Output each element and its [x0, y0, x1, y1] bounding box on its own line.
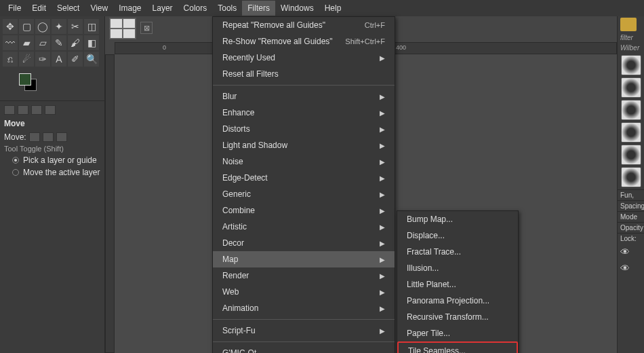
map-submenu: Bump Map...Displace...Fractal Trace...Il…	[397, 210, 519, 353]
lasso-tool[interactable]: ◯	[35, 19, 50, 34]
menu-select[interactable]: Select	[52, 1, 85, 16]
menu-item-enhance[interactable]: Enhance▶	[213, 105, 395, 121]
brush-tab-filter[interactable]: filter	[618, 33, 644, 43]
clone-tool[interactable]: ⎌	[3, 52, 18, 67]
picker-tool[interactable]: ✐	[68, 52, 83, 67]
ruler-vertical	[105, 54, 115, 353]
brush-preview[interactable]	[621, 167, 641, 187]
menu-tools[interactable]: Tools	[212, 1, 242, 16]
tool-options-title: Move	[0, 116, 104, 131]
menu-colors[interactable]: Colors	[178, 1, 213, 16]
menu-item-repeat-remove-all-guides[interactable]: Repeat "Remove all Guides"Ctrl+F	[213, 17, 395, 33]
menu-item-re-show-remove-all-guides[interactable]: Re-Show "Remove all Guides"Shift+Ctrl+F	[213, 33, 395, 50]
radio-move-active[interactable]: Move the active layer	[0, 166, 104, 179]
menu-item-reset-all-filters[interactable]: Reset all Filters	[213, 66, 395, 82]
move-mode-layer[interactable]	[29, 132, 40, 142]
chevron-right-icon: ▶	[380, 174, 385, 182]
menu-item-tile-seamless[interactable]: Tile Seamless...	[397, 341, 518, 353]
radio-pick-layer[interactable]: Pick a layer or guide	[0, 154, 104, 166]
menu-item-script-fu[interactable]: Script-Fu▶	[213, 322, 395, 339]
transform-tool[interactable]: ◫	[84, 19, 99, 34]
menu-item-map[interactable]: Map▶	[213, 251, 395, 267]
bucket-tool[interactable]: ▰	[19, 35, 34, 50]
eraser-tool[interactable]: ◧	[84, 35, 99, 50]
crop-tool[interactable]: ✂	[68, 19, 83, 34]
zoom-tool[interactable]: 🔍	[84, 52, 99, 67]
chevron-right-icon: ▶	[380, 126, 385, 133]
opacity-label[interactable]: Opacity	[618, 222, 644, 233]
fuzzy-select-tool[interactable]: ✦	[52, 19, 66, 34]
menu-item-noise[interactable]: Noise▶	[213, 153, 395, 170]
menu-layer[interactable]: Layer	[147, 1, 178, 16]
image-thumbnail[interactable]	[109, 18, 136, 39]
menu-filters[interactable]: Filters	[242, 1, 275, 16]
menu-item-displace[interactable]: Displace...	[397, 227, 518, 244]
menu-item-recently-used[interactable]: Recently Used▶	[213, 50, 395, 66]
menu-item-recursive-transform[interactable]: Recursive Transform...	[397, 309, 518, 325]
menu-item-distorts[interactable]: Distorts▶	[213, 121, 395, 137]
smudge-tool[interactable]: ☄	[19, 52, 34, 67]
menu-item-g-mic-qt[interactable]: G'MIC-Qt...	[213, 345, 395, 353]
brush-preview[interactable]	[621, 122, 641, 143]
dock-tabs[interactable]	[0, 104, 104, 116]
menu-item-artistic[interactable]: Artistic▶	[213, 219, 395, 235]
brush-preview[interactable]	[621, 100, 641, 120]
toolbox: ✥ ▢ ◯ ✦ ✂ ◫ 〰 ▰ ▱ ✎ 🖌 ◧ ⎌ ☄ ✑ A ✐ 🔍 Move…	[0, 16, 105, 353]
menu-file[interactable]: File	[3, 1, 26, 16]
brush-tool[interactable]: 🖌	[68, 35, 83, 50]
menu-item-edge-detect[interactable]: Edge-Detect▶	[213, 170, 395, 186]
tool-icons: ✥ ▢ ◯ ✦ ✂ ◫ 〰 ▰ ▱ ✎ 🖌 ◧ ⎌ ☄ ✑ A ✐ 🔍	[0, 16, 104, 69]
menu-view[interactable]: View	[85, 1, 113, 16]
brush-preview[interactable]	[621, 77, 641, 98]
close-image-button[interactable]: ⊠	[140, 22, 153, 34]
menu-item-panorama-projection[interactable]: Panorama Projection...	[397, 293, 518, 309]
menu-item-blur[interactable]: Blur▶	[213, 88, 395, 105]
menu-help[interactable]: Help	[319, 1, 347, 16]
chevron-right-icon: ▶	[380, 272, 385, 280]
brush-preview[interactable]	[621, 145, 641, 165]
move-label: Move:	[4, 132, 26, 142]
lock-label[interactable]: Lock:	[618, 233, 644, 244]
menubar: FileEditSelectViewImageLayerColorsToolsF…	[0, 0, 644, 16]
menu-item-render[interactable]: Render▶	[213, 267, 395, 284]
visibility-icon[interactable]: 👁	[618, 244, 644, 260]
move-tool[interactable]: ✥	[3, 19, 18, 34]
menu-item-generic[interactable]: Generic▶	[213, 186, 395, 202]
menu-item-paper-tile[interactable]: Paper Tile...	[397, 325, 518, 341]
pencil-tool[interactable]: ✎	[52, 35, 66, 50]
chevron-right-icon: ▶	[380, 191, 385, 198]
menu-item-little-planet[interactable]: Little Planet...	[397, 276, 518, 293]
menu-item-light-and-shadow[interactable]: Light and Shadow▶	[213, 137, 395, 153]
menu-item-combine[interactable]: Combine▶	[213, 202, 395, 219]
fg-color-swatch[interactable]	[19, 73, 31, 86]
brush-preview[interactable]	[621, 55, 641, 75]
chevron-right-icon: ▶	[380, 142, 385, 149]
text-tool[interactable]: A	[52, 52, 66, 67]
folder-icon[interactable]	[620, 18, 637, 31]
chevron-right-icon: ▶	[380, 256, 385, 263]
menu-item-web[interactable]: Web▶	[213, 284, 395, 300]
chevron-right-icon: ▶	[380, 289, 385, 296]
menu-windows[interactable]: Windows	[275, 1, 319, 16]
menu-edit[interactable]: Edit	[26, 1, 52, 16]
spacing-label[interactable]: Spacing	[618, 200, 644, 211]
chevron-right-icon: ▶	[380, 207, 385, 215]
menu-item-illusion[interactable]: Illusion...	[397, 260, 518, 276]
menu-image[interactable]: Image	[113, 1, 146, 16]
move-mode-selection[interactable]	[43, 132, 54, 142]
menu-item-decor[interactable]: Decor▶	[213, 235, 395, 251]
gradient-tool[interactable]: ▱	[35, 35, 50, 50]
move-mode-path[interactable]	[56, 132, 67, 142]
warp-tool[interactable]: 〰	[3, 35, 18, 50]
ruler-tick: 400	[396, 44, 406, 51]
visibility-icon[interactable]: 👁	[618, 260, 644, 276]
menu-item-bump-map[interactable]: Bump Map...	[397, 211, 518, 227]
rect-select-tool[interactable]: ▢	[19, 19, 34, 34]
color-swatches[interactable]	[0, 69, 104, 98]
path-tool[interactable]: ✑	[35, 52, 50, 67]
chevron-right-icon: ▶	[380, 305, 385, 312]
menu-item-animation[interactable]: Animation▶	[213, 300, 395, 316]
brush-tab-wilber[interactable]: Wilber	[618, 43, 644, 53]
mode-label[interactable]: Mode	[618, 211, 644, 222]
menu-item-fractal-trace[interactable]: Fractal Trace...	[397, 244, 518, 260]
